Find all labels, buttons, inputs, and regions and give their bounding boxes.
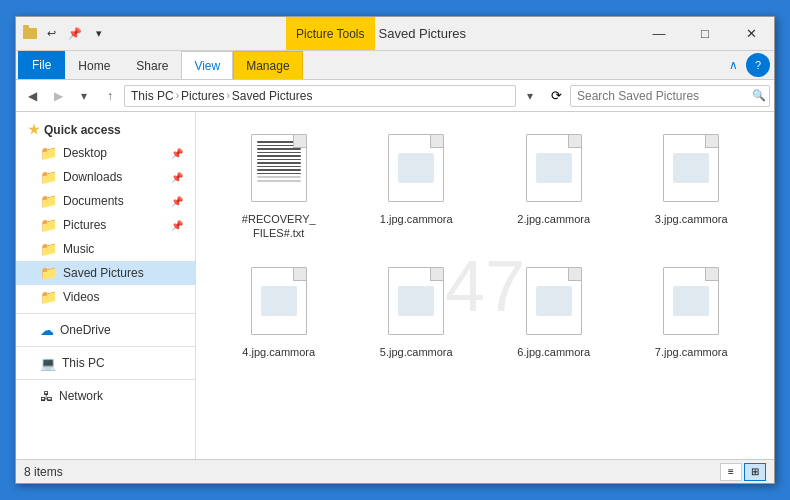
file-item-6[interactable]: 6.jpg.cammora bbox=[487, 255, 621, 365]
sidebar-item-onedrive[interactable]: ☁ OneDrive bbox=[16, 318, 195, 342]
sidebar-item-desktop-label: Desktop bbox=[63, 146, 107, 160]
recent-locations-button[interactable]: ▾ bbox=[72, 84, 96, 108]
file-icon-container-6 bbox=[518, 261, 590, 341]
title-bar: ↩ 📌 ▾ Picture Tools Saved Pictures — □ ✕ bbox=[16, 17, 774, 51]
file-icon-container-3 bbox=[655, 128, 727, 208]
file-item-0[interactable]: #RECOVERY_FILES#.txt bbox=[212, 122, 346, 247]
title-text-area: Picture Tools Saved Pictures bbox=[116, 17, 636, 50]
img-placeholder-3 bbox=[673, 153, 709, 183]
file-icon-container-5 bbox=[380, 261, 452, 341]
doc-line bbox=[257, 169, 301, 171]
pin-icon-downloads: 📌 bbox=[171, 172, 183, 183]
sidebar-divider-3 bbox=[16, 379, 195, 380]
sidebar-item-desktop[interactable]: 📁 Desktop 📌 bbox=[16, 141, 195, 165]
file-label-7: 7.jpg.cammora bbox=[655, 345, 728, 359]
sidebar-item-thispc[interactable]: 💻 This PC bbox=[16, 351, 195, 375]
view-buttons: ≡ ⊞ bbox=[720, 463, 766, 481]
minimize-button[interactable]: — bbox=[636, 17, 682, 51]
tab-manage[interactable]: Manage bbox=[233, 51, 302, 79]
quick-access-header: ★ Quick access bbox=[16, 116, 195, 141]
file-item-4[interactable]: 4.jpg.cammora bbox=[212, 255, 346, 365]
picture-tools-label: Picture Tools bbox=[296, 27, 364, 41]
pin-icon-pictures: 📌 bbox=[171, 220, 183, 231]
file-label-0: #RECOVERY_FILES#.txt bbox=[239, 212, 319, 241]
up-button[interactable]: ↑ bbox=[98, 84, 122, 108]
qat-dropdown-button[interactable]: ▾ bbox=[88, 23, 110, 45]
address-dropdown-button[interactable]: ▾ bbox=[518, 84, 542, 108]
breadcrumb-current: Saved Pictures bbox=[232, 89, 313, 103]
window-title: Saved Pictures bbox=[379, 26, 466, 41]
status-bar: 8 items ≡ ⊞ bbox=[16, 459, 774, 483]
sidebar-item-videos-label: Videos bbox=[63, 290, 99, 304]
file-item-3[interactable]: 3.jpg.cammora bbox=[625, 122, 759, 247]
sidebar-item-network[interactable]: 🖧 Network bbox=[16, 384, 195, 408]
ribbon-expand-button[interactable]: ∧ bbox=[723, 51, 744, 79]
breadcrumb-thispc: This PC bbox=[131, 89, 174, 103]
img-icon-4 bbox=[251, 267, 307, 335]
breadcrumb-bar[interactable]: This PC › Pictures › Saved Pictures bbox=[124, 85, 516, 107]
status-count: 8 items bbox=[24, 465, 712, 479]
qat-undo-button[interactable]: ↩ bbox=[40, 23, 62, 45]
sidebar-divider-1 bbox=[16, 313, 195, 314]
doc-line bbox=[257, 141, 301, 143]
quick-access-section: ★ Quick access 📁 Desktop 📌 📁 Downloads 📌… bbox=[16, 116, 195, 309]
file-icon-container-4 bbox=[243, 261, 315, 341]
sidebar-item-onedrive-label: OneDrive bbox=[60, 323, 111, 337]
file-item-2[interactable]: 2.jpg.cammora bbox=[487, 122, 621, 247]
sidebar-item-pictures[interactable]: 📁 Pictures 📌 bbox=[16, 213, 195, 237]
sidebar-item-videos[interactable]: 📁 Videos bbox=[16, 285, 195, 309]
img-icon-5 bbox=[388, 267, 444, 335]
doc-line bbox=[257, 152, 301, 154]
view-large-icons-button[interactable]: ⊞ bbox=[744, 463, 766, 481]
main-area: ★ Quick access 📁 Desktop 📌 📁 Downloads 📌… bbox=[16, 112, 774, 459]
tab-file[interactable]: File bbox=[18, 51, 65, 79]
address-bar: ◀ ▶ ▾ ↑ This PC › Pictures › Saved Pictu… bbox=[16, 80, 774, 112]
breadcrumb-sep-1: › bbox=[176, 90, 179, 101]
qat-pin-button[interactable]: 📌 bbox=[64, 23, 86, 45]
close-button[interactable]: ✕ bbox=[728, 17, 774, 51]
sidebar-item-music[interactable]: 📁 Music bbox=[16, 237, 195, 261]
help-button[interactable]: ? bbox=[746, 53, 770, 77]
maximize-button[interactable]: □ bbox=[682, 17, 728, 51]
doc-line bbox=[257, 145, 301, 147]
forward-button[interactable]: ▶ bbox=[46, 84, 70, 108]
file-icon-container-0 bbox=[243, 128, 315, 208]
img-placeholder-5 bbox=[398, 286, 434, 316]
doc-line bbox=[257, 173, 301, 175]
file-item-7[interactable]: 7.jpg.cammora bbox=[625, 255, 759, 365]
pin-icon-documents: 📌 bbox=[171, 196, 183, 207]
file-item-5[interactable]: 5.jpg.cammora bbox=[350, 255, 484, 365]
sidebar-item-pictures-label: Pictures bbox=[63, 218, 106, 232]
title-bar-left: ↩ 📌 ▾ bbox=[16, 17, 116, 50]
img-placeholder-7 bbox=[673, 286, 709, 316]
quick-access-label: Quick access bbox=[44, 123, 121, 137]
refresh-button[interactable]: ⟳ bbox=[544, 84, 568, 108]
tab-view[interactable]: View bbox=[181, 51, 233, 79]
file-icon-container-7 bbox=[655, 261, 727, 341]
folder-icon-title bbox=[22, 26, 38, 42]
doc-line bbox=[257, 159, 301, 161]
file-icon-container-1 bbox=[380, 128, 452, 208]
doc-line bbox=[257, 180, 301, 182]
sidebar-item-saved-pictures[interactable]: 📁 Saved Pictures bbox=[16, 261, 195, 285]
sidebar-item-network-label: Network bbox=[59, 389, 103, 403]
view-details-button[interactable]: ≡ bbox=[720, 463, 742, 481]
sidebar-item-documents[interactable]: 📁 Documents 📌 bbox=[16, 189, 195, 213]
img-icon-7 bbox=[663, 267, 719, 335]
doc-line bbox=[257, 155, 301, 157]
window-controls: — □ ✕ bbox=[636, 17, 774, 50]
doc-line bbox=[257, 166, 301, 168]
back-button[interactable]: ◀ bbox=[20, 84, 44, 108]
sidebar-item-thispc-label: This PC bbox=[62, 356, 105, 370]
pictures-folder-icon: 📁 bbox=[40, 217, 57, 233]
file-item-1[interactable]: 1.jpg.cammora bbox=[350, 122, 484, 247]
tab-home[interactable]: Home bbox=[65, 51, 123, 79]
explorer-window: ↩ 📌 ▾ Picture Tools Saved Pictures — □ ✕… bbox=[15, 16, 775, 484]
sidebar-divider-2 bbox=[16, 346, 195, 347]
sidebar-item-downloads[interactable]: 📁 Downloads 📌 bbox=[16, 165, 195, 189]
img-icon-1 bbox=[388, 134, 444, 202]
file-icon-container-2 bbox=[518, 128, 590, 208]
search-input[interactable] bbox=[570, 85, 770, 107]
tab-share[interactable]: Share bbox=[123, 51, 181, 79]
desktop-folder-icon: 📁 bbox=[40, 145, 57, 161]
